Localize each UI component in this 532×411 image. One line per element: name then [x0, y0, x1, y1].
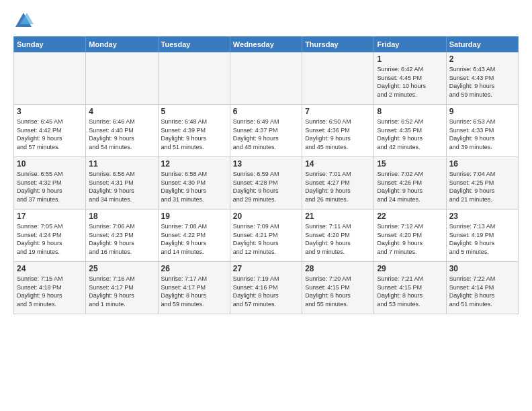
weekday-header: Monday: [86, 37, 158, 52]
day-number: 26: [161, 264, 227, 273]
calendar-cell: 2Sunrise: 6:43 AM Sunset: 4:43 PM Daylig…: [446, 52, 518, 105]
day-info: Sunrise: 7:20 AM Sunset: 4:15 PM Dayligh…: [305, 275, 371, 308]
calendar-cell: [302, 52, 374, 105]
weekday-header: Thursday: [302, 37, 374, 52]
day-number: 29: [377, 264, 443, 273]
calendar-cell: 16Sunrise: 7:04 AM Sunset: 4:25 PM Dayli…: [446, 157, 518, 210]
day-info: Sunrise: 6:53 AM Sunset: 4:33 PM Dayligh…: [449, 118, 515, 151]
day-info: Sunrise: 7:09 AM Sunset: 4:21 PM Dayligh…: [233, 222, 299, 256]
calendar-week-row: 24Sunrise: 7:15 AM Sunset: 4:18 PM Dayli…: [14, 262, 519, 314]
day-number: 13: [233, 159, 299, 169]
calendar-cell: 9Sunrise: 6:53 AM Sunset: 4:33 PM Daylig…: [446, 105, 518, 157]
weekday-header: Sunday: [14, 37, 86, 52]
calendar-cell: 17Sunrise: 7:05 AM Sunset: 4:24 PM Dayli…: [14, 210, 86, 262]
header-row: SundayMondayTuesdayWednesdayThursdayFrid…: [14, 37, 519, 52]
day-info: Sunrise: 7:12 AM Sunset: 4:20 PM Dayligh…: [377, 222, 443, 256]
day-number: 22: [377, 212, 443, 221]
day-number: 23: [449, 212, 515, 221]
calendar-cell: 28Sunrise: 7:20 AM Sunset: 4:15 PM Dayli…: [302, 262, 374, 314]
calendar-cell: [14, 52, 86, 105]
calendar-cell: 24Sunrise: 7:15 AM Sunset: 4:18 PM Dayli…: [14, 262, 86, 314]
logo-icon: [13, 11, 34, 31]
calendar-cell: 21Sunrise: 7:11 AM Sunset: 4:20 PM Dayli…: [302, 210, 374, 262]
day-info: Sunrise: 7:11 AM Sunset: 4:20 PM Dayligh…: [305, 222, 371, 256]
page: SundayMondayTuesdayWednesdayThursdayFrid…: [0, 0, 532, 411]
day-number: 6: [233, 107, 299, 116]
day-number: 28: [305, 264, 371, 273]
calendar-week-row: 1Sunrise: 6:42 AM Sunset: 4:45 PM Daylig…: [14, 52, 519, 105]
calendar-table: SundayMondayTuesdayWednesdayThursdayFrid…: [13, 36, 519, 314]
logo: [13, 11, 36, 31]
day-info: Sunrise: 7:22 AM Sunset: 4:14 PM Dayligh…: [449, 275, 515, 308]
day-info: Sunrise: 6:59 AM Sunset: 4:28 PM Dayligh…: [233, 170, 299, 203]
day-number: 10: [17, 159, 83, 169]
day-number: 17: [17, 212, 83, 221]
calendar-body: 1Sunrise: 6:42 AM Sunset: 4:45 PM Daylig…: [14, 52, 519, 314]
day-info: Sunrise: 7:15 AM Sunset: 4:18 PM Dayligh…: [17, 275, 83, 308]
calendar-cell: 30Sunrise: 7:22 AM Sunset: 4:14 PM Dayli…: [446, 262, 518, 314]
day-number: 4: [89, 107, 154, 116]
day-info: Sunrise: 6:45 AM Sunset: 4:42 PM Dayligh…: [17, 118, 83, 151]
day-info: Sunrise: 6:43 AM Sunset: 4:43 PM Dayligh…: [449, 65, 515, 99]
day-info: Sunrise: 6:52 AM Sunset: 4:35 PM Dayligh…: [377, 118, 443, 151]
weekday-header: Saturday: [446, 37, 518, 52]
calendar-cell: 5Sunrise: 6:48 AM Sunset: 4:39 PM Daylig…: [158, 105, 230, 157]
calendar-cell: 18Sunrise: 7:06 AM Sunset: 4:23 PM Dayli…: [86, 210, 158, 262]
day-number: 19: [161, 212, 227, 221]
day-info: Sunrise: 6:55 AM Sunset: 4:32 PM Dayligh…: [17, 170, 83, 203]
calendar-cell: [158, 52, 230, 105]
day-info: Sunrise: 7:19 AM Sunset: 4:16 PM Dayligh…: [233, 275, 299, 308]
calendar-week-row: 3Sunrise: 6:45 AM Sunset: 4:42 PM Daylig…: [14, 105, 519, 157]
day-number: 3: [17, 107, 83, 116]
day-number: 2: [449, 54, 515, 64]
day-number: 18: [89, 212, 154, 221]
calendar-cell: [230, 52, 302, 105]
weekday-header: Friday: [374, 37, 446, 52]
day-number: 9: [449, 107, 515, 116]
calendar-cell: 25Sunrise: 7:16 AM Sunset: 4:17 PM Dayli…: [86, 262, 158, 314]
day-info: Sunrise: 6:49 AM Sunset: 4:37 PM Dayligh…: [233, 118, 299, 151]
day-info: Sunrise: 7:06 AM Sunset: 4:23 PM Dayligh…: [89, 222, 154, 256]
calendar-cell: 12Sunrise: 6:58 AM Sunset: 4:30 PM Dayli…: [158, 157, 230, 210]
calendar-cell: [86, 52, 158, 105]
calendar-cell: 27Sunrise: 7:19 AM Sunset: 4:16 PM Dayli…: [230, 262, 302, 314]
day-number: 11: [89, 159, 154, 169]
calendar-cell: 29Sunrise: 7:21 AM Sunset: 4:15 PM Dayli…: [374, 262, 446, 314]
calendar-cell: 13Sunrise: 6:59 AM Sunset: 4:28 PM Dayli…: [230, 157, 302, 210]
calendar-cell: 1Sunrise: 6:42 AM Sunset: 4:45 PM Daylig…: [374, 52, 446, 105]
calendar-cell: 4Sunrise: 6:46 AM Sunset: 4:40 PM Daylig…: [86, 105, 158, 157]
day-number: 25: [89, 264, 154, 273]
day-number: 21: [305, 212, 371, 221]
day-info: Sunrise: 6:42 AM Sunset: 4:45 PM Dayligh…: [377, 65, 443, 99]
day-number: 24: [17, 264, 83, 273]
calendar-week-row: 17Sunrise: 7:05 AM Sunset: 4:24 PM Dayli…: [14, 210, 519, 262]
calendar-cell: 3Sunrise: 6:45 AM Sunset: 4:42 PM Daylig…: [14, 105, 86, 157]
day-info: Sunrise: 7:17 AM Sunset: 4:17 PM Dayligh…: [161, 275, 227, 308]
calendar-header: SundayMondayTuesdayWednesdayThursdayFrid…: [14, 37, 519, 52]
day-info: Sunrise: 6:46 AM Sunset: 4:40 PM Dayligh…: [89, 118, 154, 151]
day-info: Sunrise: 7:13 AM Sunset: 4:19 PM Dayligh…: [449, 222, 515, 256]
calendar-cell: 23Sunrise: 7:13 AM Sunset: 4:19 PM Dayli…: [446, 210, 518, 262]
header: [13, 11, 519, 31]
calendar-cell: 14Sunrise: 7:01 AM Sunset: 4:27 PM Dayli…: [302, 157, 374, 210]
calendar-cell: 26Sunrise: 7:17 AM Sunset: 4:17 PM Dayli…: [158, 262, 230, 314]
day-number: 12: [161, 159, 227, 169]
calendar-cell: 19Sunrise: 7:08 AM Sunset: 4:22 PM Dayli…: [158, 210, 230, 262]
day-number: 27: [233, 264, 299, 273]
calendar-cell: 22Sunrise: 7:12 AM Sunset: 4:20 PM Dayli…: [374, 210, 446, 262]
day-number: 20: [233, 212, 299, 221]
day-number: 8: [377, 107, 443, 116]
day-info: Sunrise: 6:50 AM Sunset: 4:36 PM Dayligh…: [305, 118, 371, 151]
day-info: Sunrise: 6:58 AM Sunset: 4:30 PM Dayligh…: [161, 170, 227, 203]
day-number: 7: [305, 107, 371, 116]
calendar-cell: 10Sunrise: 6:55 AM Sunset: 4:32 PM Dayli…: [14, 157, 86, 210]
day-number: 5: [161, 107, 227, 116]
calendar-cell: 7Sunrise: 6:50 AM Sunset: 4:36 PM Daylig…: [302, 105, 374, 157]
day-info: Sunrise: 7:21 AM Sunset: 4:15 PM Dayligh…: [377, 275, 443, 308]
calendar-cell: 20Sunrise: 7:09 AM Sunset: 4:21 PM Dayli…: [230, 210, 302, 262]
day-number: 14: [305, 159, 371, 169]
day-number: 30: [449, 264, 515, 273]
calendar-week-row: 10Sunrise: 6:55 AM Sunset: 4:32 PM Dayli…: [14, 157, 519, 210]
day-number: 1: [377, 54, 443, 64]
day-info: Sunrise: 6:56 AM Sunset: 4:31 PM Dayligh…: [89, 170, 154, 203]
